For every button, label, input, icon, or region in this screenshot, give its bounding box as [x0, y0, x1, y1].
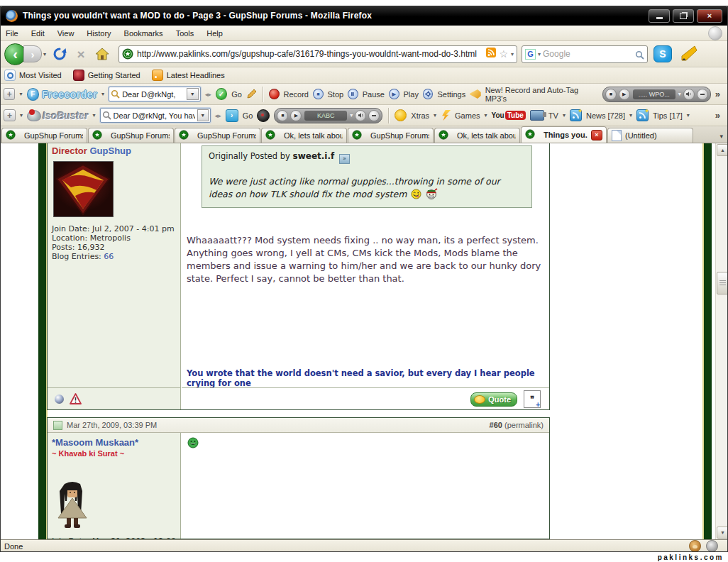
search-placeholder[interactable]: Google [543, 49, 633, 59]
toolbar-add-icon[interactable]: + [4, 88, 15, 100]
play-button[interactable]: Play [404, 90, 419, 99]
xtras-dropdown-icon[interactable]: ▾ [434, 112, 436, 119]
search-value[interactable]: Dear D@rkNgt, [122, 90, 175, 99]
url-dropdown-icon[interactable]: ▾ [511, 51, 514, 57]
gray-extension-icon[interactable] [706, 540, 718, 552]
close-button[interactable]: × [697, 9, 722, 23]
tv-button[interactable]: TV [548, 111, 558, 120]
go-arrow-icon[interactable]: › [226, 109, 238, 122]
youtube-icon[interactable]: YouTube [492, 111, 526, 120]
username-link[interactable]: *Masoom Muskaan* [48, 433, 180, 448]
tab-gupshup-4[interactable]: GupShup Forums ... [348, 128, 434, 143]
tab-untitled[interactable]: (Untitled) [607, 128, 693, 143]
search-magnifier-icon[interactable] [635, 50, 644, 59]
player-play-icon[interactable]: ▶ [290, 110, 302, 121]
player-dropdown-icon[interactable]: ▾ [678, 91, 681, 97]
forward-button[interactable]: › [23, 45, 42, 62]
google-engine-icon[interactable]: G [525, 49, 536, 60]
bookmark-latest-headlines[interactable]: Latest Headlines [152, 70, 225, 81]
toolbar-add-dropdown-icon[interactable]: ▾ [19, 91, 22, 97]
menu-tools[interactable]: Tools [176, 29, 194, 38]
player-volume-icon[interactable] [683, 89, 695, 100]
rss-feed-icon[interactable] [486, 48, 496, 60]
search-dropdown-icon[interactable]: ▼ [197, 109, 209, 121]
multiquote-button[interactable]: ❞ [524, 390, 541, 408]
bookmark-most-visited[interactable]: Most Visited [4, 70, 62, 81]
tips-button[interactable]: Tips [17] [653, 111, 683, 120]
freecorder-go-button[interactable]: Go [231, 90, 242, 99]
list-all-tabs-icon[interactable]: ▾ [719, 133, 727, 143]
tab-ok-lets-talk-2[interactable]: Ok, lets talk abou... [434, 128, 520, 143]
xtras-button[interactable]: Xtras [411, 111, 429, 120]
splitter-icon[interactable]: ◂▸ [205, 91, 211, 98]
player-stop-icon[interactable]: ■ [605, 89, 617, 100]
history-dropdown-icon[interactable]: ▾ [43, 51, 46, 57]
freecorder-search-input[interactable]: Dear D@rkNgt, ▼ [109, 87, 201, 101]
toolbar-overflow-icon[interactable]: » [715, 110, 724, 121]
freecorder-brand[interactable]: Freecorder [42, 89, 97, 100]
menu-help[interactable]: Help [206, 29, 223, 38]
home-icon[interactable] [94, 45, 111, 62]
games-dropdown-icon[interactable]: ▾ [485, 112, 487, 119]
menu-view[interactable]: View [57, 29, 75, 38]
monkey-extension-icon[interactable] [689, 540, 701, 552]
toolbar-add-icon[interactable]: + [4, 109, 16, 121]
tab-gupshup-3[interactable]: GupShup Forums ... [175, 128, 260, 143]
scroll-up-icon[interactable]: ▲ [717, 144, 728, 156]
player-station-text[interactable]: ..... WPO... [633, 89, 675, 99]
isobuster-go-button[interactable]: Go [243, 111, 253, 120]
blog-entries-link[interactable]: 66 [104, 252, 114, 261]
promo-link[interactable]: New! Record and Auto-Tag MP3's [485, 86, 598, 103]
stop-icon[interactable]: × [72, 45, 89, 62]
tab-gupshup-2[interactable]: GupShup Forums ... [88, 128, 174, 143]
pause-button[interactable]: Pause [363, 90, 385, 99]
menu-edit[interactable]: Edit [31, 29, 45, 38]
isobuster-brand[interactable]: IsoBuster [43, 110, 89, 121]
player-play-icon[interactable]: ▶ [619, 89, 630, 100]
player-volume-icon[interactable] [355, 110, 366, 121]
report-post-icon[interactable] [70, 393, 82, 404]
search-value[interactable]: Dear D@rkNgt, You have [114, 111, 195, 120]
vertical-scrollbar[interactable]: ▲ ▼ [715, 143, 728, 539]
url-text[interactable]: http://www.paklinks.com/gs/gupshup-cafe/… [137, 49, 483, 59]
menu-bookmarks[interactable]: Bookmarks [124, 29, 163, 38]
player-minimize-icon[interactable] [697, 89, 708, 100]
go-check-icon[interactable]: ✓ [216, 88, 227, 100]
news-dropdown-icon[interactable]: ▾ [629, 112, 632, 119]
restore-button[interactable] [673, 9, 694, 23]
stop-button[interactable]: Stop [328, 90, 344, 99]
record-button[interactable]: Record [284, 90, 309, 99]
player-stop-icon[interactable]: ■ [277, 110, 288, 121]
isobuster-search-input[interactable]: Dear D@rkNgt, You have ▼ [100, 108, 211, 123]
tips-dropdown-icon[interactable]: ▾ [687, 112, 690, 119]
superman-avatar[interactable] [53, 161, 114, 217]
scroll-down-icon[interactable]: ▼ [717, 527, 728, 539]
player-dropdown-icon[interactable]: ▾ [350, 112, 353, 119]
engine-dropdown-icon[interactable]: ▾ [538, 51, 541, 57]
tv-dropdown-icon[interactable]: ▾ [563, 112, 566, 119]
settings-button[interactable]: Settings [437, 90, 465, 99]
games-button[interactable]: Games [455, 111, 480, 120]
author-title-blue[interactable]: GupShup [89, 145, 131, 156]
url-bar[interactable]: http://www.paklinks.com/gs/gupshup-cafe/… [118, 45, 517, 63]
tab-close-icon[interactable]: × [591, 130, 602, 140]
view-post-icon[interactable]: » [339, 154, 350, 164]
webcam-icon[interactable] [257, 109, 270, 122]
tab-gupshup-1[interactable]: GupShup Forums ... [1, 128, 87, 143]
reload-icon[interactable] [51, 45, 68, 62]
toolbar-overflow-icon[interactable]: » [715, 89, 724, 99]
menu-file[interactable]: File [6, 29, 18, 38]
search-bar[interactable]: G ▾ Google [522, 45, 648, 63]
scrollbar-thumb[interactable] [717, 272, 728, 294]
pencil-icon[interactable] [246, 89, 257, 100]
menu-history[interactable]: History [87, 29, 111, 38]
news-button[interactable]: News [728] [586, 111, 625, 120]
player-station-text[interactable]: KABC [304, 111, 347, 121]
isobuster-dropdown-icon[interactable]: ▾ [93, 112, 96, 119]
pixel-character-avatar[interactable] [55, 481, 90, 531]
tab-ok-lets-talk-1[interactable]: Ok, lets talk abou... [261, 128, 347, 143]
bookmark-getting-started[interactable]: Getting Started [73, 70, 140, 81]
splitter-icon[interactable]: ◂▸ [215, 112, 221, 119]
search-dropdown-icon[interactable]: ▼ [187, 88, 199, 100]
player-minimize-icon[interactable] [368, 110, 380, 121]
